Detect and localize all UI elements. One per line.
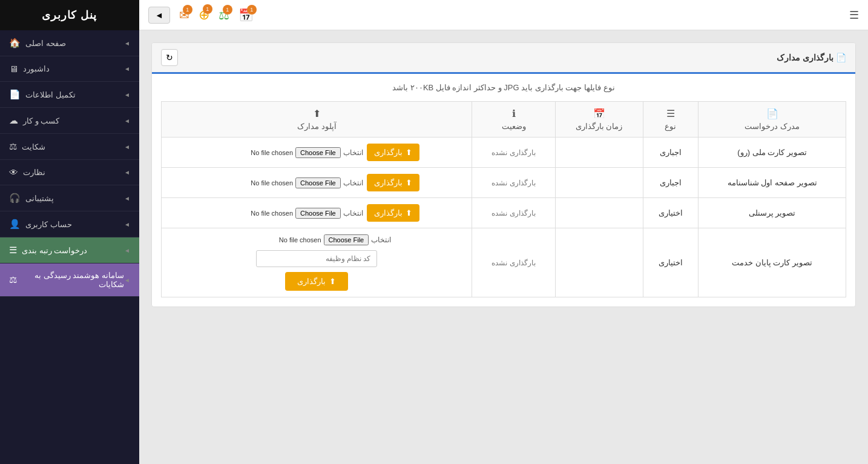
ranking-icon: ☰ bbox=[9, 245, 17, 256]
chevron-icon: ◄ bbox=[124, 144, 130, 150]
support-icon: 🎧 bbox=[9, 193, 21, 204]
email-nav-icon[interactable]: ✉ 1 bbox=[179, 8, 189, 22]
calendar-badge: 1 bbox=[247, 5, 257, 15]
calendar-nav-icon[interactable]: 📅 1 bbox=[238, 8, 254, 22]
card-title-icon: 📄 bbox=[836, 53, 846, 62]
sidebar-label-complaint: شکایت bbox=[22, 142, 45, 151]
th-type: ☰ نوع bbox=[643, 102, 699, 138]
chevron-icon: ◄ bbox=[124, 221, 130, 228]
table-row: تصویر پرسنلی اختیاری بارگذاری نشده ⬆ bbox=[162, 198, 846, 228]
upload-button-2[interactable]: ⬆ بارگذاری bbox=[367, 204, 419, 222]
documents-table: 📄 مدرک درخواست ☰ نوع 📅 زمان بارگذاری bbox=[161, 101, 846, 297]
sidebar-label-supervision: نظارت bbox=[23, 168, 45, 177]
doc-type-cell: اختیاری bbox=[643, 228, 699, 297]
upload-action-cell-special[interactable]: انتخاب ⬆ بارگذاری bbox=[162, 228, 472, 297]
sidebar-item-home[interactable]: ◄ صفحه اصلی 🏠 bbox=[0, 30, 139, 56]
status-cell: بارگذاری نشده bbox=[472, 198, 555, 228]
balance-nav-icon[interactable]: ⚖ 1 bbox=[219, 8, 229, 22]
upload-time-cell bbox=[555, 168, 643, 198]
table-row: تصویر کارت ملی (رو) اجباری بارگذاری نشده… bbox=[162, 138, 846, 168]
doc-name-cell: تصویر کارت ملی (رو) bbox=[699, 138, 846, 168]
upload-action-cell[interactable]: ⬆ بارگذاری انتخاب bbox=[162, 138, 472, 168]
sidebar: پنل کاربری ◄ صفحه اصلی 🏠 ◄ داشبورد 🖥 ◄ ت… bbox=[0, 0, 139, 464]
balance-badge: 1 bbox=[223, 5, 232, 15]
sidebar-item-smart-complaint[interactable]: ◄ سامانه هوشمند رسیدگی به شکایات ⚖ bbox=[0, 263, 139, 297]
chevron-icon: ◄ bbox=[124, 169, 130, 176]
upload-button-0[interactable]: ⬆ بارگذاری bbox=[367, 144, 419, 161]
document-col-icon: 📄 bbox=[706, 108, 838, 119]
business-icon: ☁ bbox=[9, 115, 18, 126]
upload-action-cell[interactable]: ⬆ بارگذاری انتخاب bbox=[162, 198, 472, 228]
sidebar-label-support: پشتیبانی bbox=[25, 194, 54, 203]
chevron-icon: ◄ bbox=[124, 277, 130, 283]
sidebar-label-business: کسب و کار bbox=[23, 116, 59, 125]
table-row: تصویر کارت پایان خدمت اختیاری بارگذاری ن… bbox=[162, 228, 846, 297]
sidebar-item-dashboard[interactable]: ◄ داشبورد 🖥 bbox=[0, 56, 139, 82]
sidebar-item-ranking-request[interactable]: ◄ درخواست رتبه بندی ☰ bbox=[0, 237, 139, 263]
upload-cell: ⬆ بارگذاری انتخاب bbox=[169, 204, 464, 222]
email-badge: 1 bbox=[183, 5, 192, 15]
last-upload-cell: انتخاب ⬆ بارگذاری bbox=[169, 234, 464, 291]
chevron-icon: ◄ bbox=[124, 195, 130, 202]
smart-complaint-icon: ⚖ bbox=[9, 274, 17, 285]
file-input-2[interactable] bbox=[214, 208, 341, 219]
file-input-wrapper-0: انتخاب bbox=[214, 147, 363, 158]
status-cell: بارگذاری نشده bbox=[472, 228, 555, 297]
sidebar-item-complete-info[interactable]: ◄ تکمیل اطلاعات 📄 bbox=[0, 82, 139, 108]
nizam-code-input[interactable] bbox=[256, 250, 377, 267]
sidebar-label-dashboard: داشبورد bbox=[23, 64, 50, 73]
card-title: 📄 بارگذاری مدارک bbox=[777, 53, 846, 62]
dashboard-icon: 🖥 bbox=[9, 64, 18, 74]
sidebar-item-supervision[interactable]: ◄ نظارت 👁 bbox=[0, 160, 139, 185]
menu-icon[interactable]: ☰ bbox=[849, 8, 859, 22]
sidebar-item-complaint[interactable]: ◄ شکایت ⚖ bbox=[0, 134, 139, 160]
select-label-2: انتخاب bbox=[343, 209, 363, 217]
info-text: نوع فایلها جهت بارگذاری باید JPG و حداکث… bbox=[161, 83, 846, 92]
upload-button-1[interactable]: ⬆ بارگذاری bbox=[367, 174, 419, 191]
upload-cell: ⬆ بارگذاری انتخاب bbox=[169, 174, 464, 191]
sidebar-item-business[interactable]: ◄ کسب و کار ☁ bbox=[0, 108, 139, 134]
main-content: ◄ ✉ 1 ⊕ 1 ⚖ 1 📅 1 ☰ 📄 بارگذاری مدارک bbox=[139, 0, 868, 464]
select-label-0: انتخاب bbox=[343, 148, 363, 157]
user-nav-icon[interactable]: ⊕ 1 bbox=[199, 7, 209, 23]
complete-info-icon: 📄 bbox=[9, 89, 21, 100]
doc-type-cell: اجباری bbox=[643, 168, 699, 198]
type-col-icon: ☰ bbox=[651, 108, 691, 119]
card-body: نوع فایلها جهت بارگذاری باید JPG و حداکث… bbox=[152, 74, 855, 307]
page-body: 📄 بارگذاری مدارک ↻ نوع فایلها جهت بارگذا… bbox=[139, 30, 868, 464]
status-col-icon: ℹ bbox=[479, 108, 547, 119]
th-upload-time: 📅 زمان بارگذاری bbox=[555, 102, 643, 138]
back-button[interactable]: ◄ bbox=[148, 7, 170, 24]
upload-button-3[interactable]: ⬆ بارگذاری bbox=[285, 272, 348, 291]
file-input-1[interactable] bbox=[214, 177, 341, 188]
home-icon: 🏠 bbox=[9, 38, 21, 48]
time-col-icon: 📅 bbox=[563, 108, 636, 119]
upload-btn-icon: ⬆ bbox=[406, 178, 412, 187]
file-input-3[interactable] bbox=[242, 234, 369, 245]
sidebar-item-support[interactable]: ◄ پشتیبانی 🎧 bbox=[0, 185, 139, 211]
sidebar-label-smart-complaint: سامانه هوشمند رسیدگی به شکایات bbox=[22, 271, 124, 289]
status-badge: بارگذاری نشده bbox=[492, 179, 535, 187]
sidebar-label-complete-info: تکمیل اطلاعات bbox=[25, 90, 76, 99]
supervision-icon: 👁 bbox=[9, 167, 18, 177]
chevron-icon: ◄ bbox=[124, 40, 130, 47]
doc-type-cell: اختیاری bbox=[643, 198, 699, 228]
doc-type-cell: اجباری bbox=[643, 138, 699, 168]
sidebar-label-ranking-request: درخواست رتبه بندی bbox=[22, 246, 87, 255]
sidebar-item-account[interactable]: ◄ حساب کاربری 👤 bbox=[0, 211, 139, 237]
account-icon: 👤 bbox=[9, 219, 21, 230]
table-row: تصویر صفحه اول شناسنامه اجباری بارگذاری … bbox=[162, 168, 846, 198]
app-title: پنل کاربری bbox=[0, 0, 139, 30]
upload-btn-icon: ⬆ bbox=[406, 148, 412, 157]
chevron-icon: ◄ bbox=[124, 118, 130, 124]
refresh-button[interactable]: ↻ bbox=[161, 49, 178, 66]
status-badge: بارگذاری نشده bbox=[492, 148, 535, 157]
upload-btn-icon: ⬆ bbox=[406, 208, 412, 217]
upload-action-cell[interactable]: ⬆ بارگذاری انتخاب bbox=[162, 168, 472, 198]
select-label-1: انتخاب bbox=[343, 179, 363, 187]
navbar: ◄ ✉ 1 ⊕ 1 ⚖ 1 📅 1 ☰ bbox=[139, 0, 868, 30]
file-input-0[interactable] bbox=[214, 147, 341, 158]
th-status: ℹ وضعیت bbox=[472, 102, 555, 138]
status-cell: بارگذاری نشده bbox=[472, 138, 555, 168]
upload-col-icon: ⬆ bbox=[169, 108, 464, 119]
